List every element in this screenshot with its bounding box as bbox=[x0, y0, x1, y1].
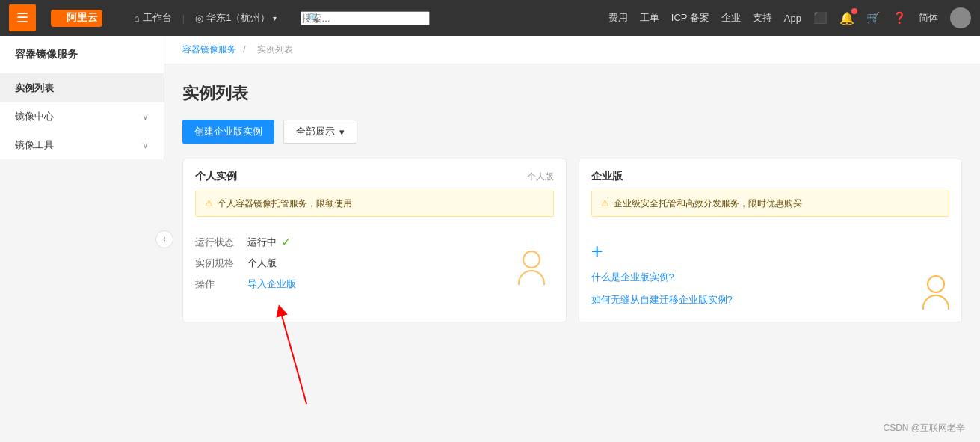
enterprise-instance-card: 企业版 ⚠ 企业级安全托管和高效分发服务，限时优惠购买 + 什么是企业版实例? … bbox=[579, 159, 963, 322]
ticket-nav[interactable]: 工单 bbox=[640, 11, 659, 25]
breadcrumb: 容器镜像服务 / 实例列表 bbox=[164, 36, 980, 64]
personal-notice-text: 个人容器镜像托管服务，限额使用 bbox=[218, 197, 352, 210]
warning-icon: ⚠ bbox=[601, 198, 609, 209]
import-enterprise-link[interactable]: 导入企业版 bbox=[247, 277, 296, 291]
plus-icon: + bbox=[591, 241, 603, 262]
notification-badge bbox=[851, 8, 857, 14]
enterprise-notice-text: 企业级安全托管和高效分发服务，限时优惠购买 bbox=[614, 197, 802, 210]
spec-field: 实例规格 个人版 bbox=[195, 257, 554, 270]
status-check-icon: ✓ bbox=[281, 235, 291, 249]
main-content: 容器镜像服务 / 实例列表 实例列表 创建企业版实例 全部展示 ▾ 个人实例 bbox=[164, 36, 980, 442]
help-icon[interactable]: ❓ bbox=[893, 11, 907, 25]
lang-switcher[interactable]: 简体 bbox=[919, 11, 938, 25]
page-title: 实例列表 bbox=[182, 82, 962, 105]
breadcrumb-link-service[interactable]: 容器镜像服务 bbox=[182, 44, 236, 55]
sidebar-item-label: 镜像工具 bbox=[15, 138, 54, 152]
chevron-down-icon: ∨ bbox=[142, 140, 149, 150]
search-input[interactable] bbox=[301, 11, 430, 25]
spec-value: 个人版 bbox=[247, 257, 277, 270]
top-nav: ☰ ⊂ 阿里云 ⌂ 工作台 | ◎ 华东1（杭州） ▾ 🔍 费用 工单 ICP … bbox=[0, 0, 980, 36]
enterprise-link-1[interactable]: 什么是企业版实例? bbox=[591, 271, 674, 284]
enterprise-card-title: 企业版 bbox=[591, 170, 623, 183]
personal-card-body: 运行状态 运行中 ✓ 实例规格 个人版 操作 导入企业版 bbox=[183, 226, 566, 307]
run-status-field: 运行状态 运行中 ✓ bbox=[195, 235, 554, 249]
avatar-body bbox=[518, 270, 545, 285]
search-icon: 🔍 bbox=[308, 13, 319, 23]
icp-nav[interactable]: ICP 备案 bbox=[671, 11, 709, 25]
logo[interactable]: ⊂ 阿里云 bbox=[43, 10, 113, 27]
sidebar-item-image-center[interactable]: 镜像中心 ∨ bbox=[0, 102, 164, 131]
sidebar-title: 容器镜像服务 bbox=[0, 36, 164, 74]
personal-card-title: 个人实例 bbox=[195, 170, 237, 183]
location-icon: ◎ bbox=[195, 13, 203, 24]
watermark: CSDN @互联网老辛 bbox=[883, 422, 965, 435]
layout: 容器镜像服务 实例列表 镜像中心 ∨ 镜像工具 ∨ ‹ 容器镜像服务 / 实例列… bbox=[0, 36, 980, 442]
sidebar: 容器镜像服务 实例列表 镜像中心 ∨ 镜像工具 ∨ bbox=[0, 36, 164, 159]
enterprise-avatar-figure bbox=[922, 275, 949, 310]
chevron-down-icon: ∨ bbox=[142, 111, 149, 122]
filter-label: 全部展示 bbox=[296, 125, 335, 138]
sidebar-item-label: 实例列表 bbox=[15, 82, 54, 95]
enterprise-link-2[interactable]: 如何无缝从自建迁移企业版实例? bbox=[591, 293, 733, 307]
cart-icon[interactable]: 🛒 bbox=[866, 11, 881, 25]
menu-button[interactable]: ☰ bbox=[9, 4, 36, 31]
run-status-value: 运行中 ✓ bbox=[247, 235, 291, 249]
personal-avatar-figure bbox=[509, 251, 554, 295]
personal-card-header: 个人实例 个人版 bbox=[183, 159, 566, 191]
notification-icon[interactable]: 🔔 bbox=[839, 11, 854, 25]
toolbar: 创建企业版实例 全部展示 ▾ bbox=[182, 120, 962, 144]
run-status-label: 运行状态 bbox=[195, 236, 247, 249]
nav-right: 费用 工单 ICP 备案 企业 支持 App ⬛ 🔔 🛒 ❓ 简体 bbox=[608, 7, 971, 28]
filter-dropdown[interactable]: 全部展示 ▾ bbox=[283, 120, 357, 144]
create-enterprise-button[interactable]: 创建企业版实例 bbox=[182, 120, 274, 144]
personal-card-notice: ⚠ 个人容器镜像托管服务，限额使用 bbox=[195, 191, 554, 217]
avatar-figure-enterprise bbox=[922, 275, 949, 310]
sidebar-wrapper: 容器镜像服务 实例列表 镜像中心 ∨ 镜像工具 ∨ ‹ bbox=[0, 36, 164, 442]
cost-nav[interactable]: 费用 bbox=[608, 11, 628, 25]
sidebar-item-label: 镜像中心 bbox=[15, 110, 54, 123]
home-icon: ⌂ bbox=[134, 13, 140, 24]
personal-card-tag: 个人版 bbox=[527, 171, 554, 183]
nav-separator-1: | bbox=[181, 13, 186, 24]
screen-icon[interactable]: ⬛ bbox=[813, 11, 828, 25]
spec-label: 实例规格 bbox=[195, 257, 247, 270]
action-label: 操作 bbox=[195, 277, 247, 291]
app-nav[interactable]: App bbox=[784, 13, 801, 24]
region-selector[interactable]: ◎ 华东1（杭州） ▾ bbox=[186, 0, 286, 36]
avatar-head-enterprise bbox=[927, 275, 945, 293]
avatar-head bbox=[523, 251, 540, 268]
region-dropdown-icon: ▾ bbox=[273, 14, 277, 22]
support-nav[interactable]: 支持 bbox=[753, 11, 772, 25]
workbench-nav[interactable]: ⌂ 工作台 bbox=[125, 0, 181, 36]
user-avatar[interactable] bbox=[950, 7, 971, 28]
content-area: 实例列表 创建企业版实例 全部展示 ▾ 个人实例 个人版 bbox=[164, 64, 980, 340]
enterprise-card-body: + 什么是企业版实例? 如何无缝从自建迁移企业版实例? bbox=[579, 226, 962, 322]
status-text: 运行中 bbox=[247, 236, 277, 249]
sidebar-collapse-button[interactable]: ‹ bbox=[155, 230, 173, 248]
dropdown-icon: ▾ bbox=[339, 126, 345, 138]
logo-icon: ⊂ 阿里云 bbox=[51, 10, 102, 27]
warning-icon: ⚠ bbox=[205, 198, 213, 209]
avatar-figure bbox=[509, 251, 554, 285]
personal-instance-card: 个人实例 个人版 ⚠ 个人容器镜像托管服务，限额使用 运行状态 运行中 ✓ bbox=[182, 159, 567, 322]
breadcrumb-current: 实例列表 bbox=[257, 44, 293, 55]
breadcrumb-separator: / bbox=[243, 44, 248, 55]
menu-icon: ☰ bbox=[16, 10, 28, 26]
cards-row: 个人实例 个人版 ⚠ 个人容器镜像托管服务，限额使用 运行状态 运行中 ✓ bbox=[182, 159, 962, 322]
enterprise-card-notice: ⚠ 企业级安全托管和高效分发服务，限时优惠购买 bbox=[591, 191, 950, 217]
search-wrap: 🔍 bbox=[301, 11, 480, 25]
sidebar-item-instance-list[interactable]: 实例列表 bbox=[0, 74, 164, 102]
enterprise-nav[interactable]: 企业 bbox=[721, 11, 741, 25]
sidebar-item-image-tools[interactable]: 镜像工具 ∨ bbox=[0, 131, 164, 159]
action-field: 操作 导入企业版 bbox=[195, 277, 554, 291]
enterprise-card-header: 企业版 bbox=[579, 159, 962, 191]
avatar-body-enterprise bbox=[922, 295, 949, 310]
